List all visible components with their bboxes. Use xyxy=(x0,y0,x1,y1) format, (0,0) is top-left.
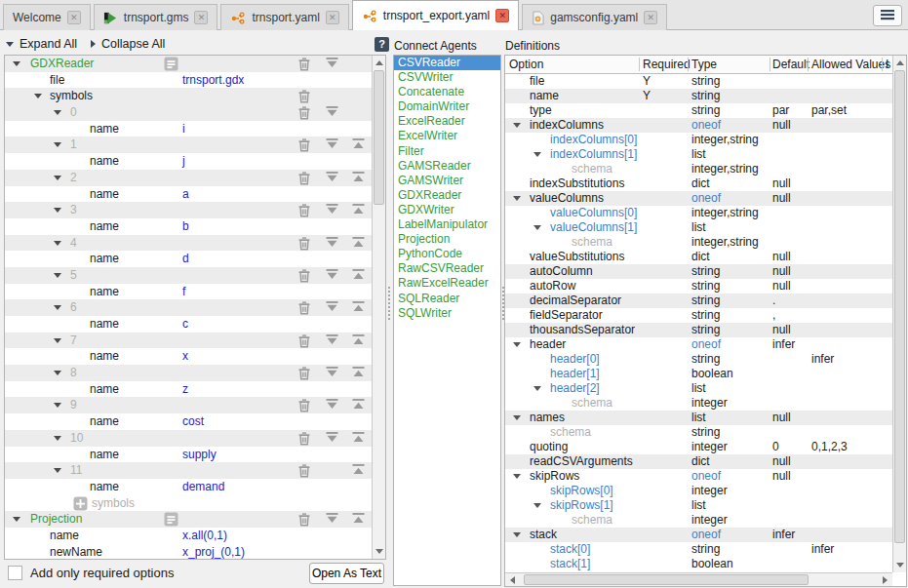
tree-row-7[interactable]: 7 xyxy=(5,333,372,349)
scroll-thumb[interactable] xyxy=(524,574,809,585)
delete-button[interactable] xyxy=(297,366,313,380)
tree-row-name[interactable]: namesupply xyxy=(5,447,372,463)
tree-row-name[interactable]: namex xyxy=(5,348,372,365)
tree-value[interactable]: d xyxy=(182,251,189,267)
option-name[interactable]: header[1] xyxy=(550,367,600,381)
delete-button[interactable] xyxy=(297,300,313,315)
tree-row-6[interactable]: 6 xyxy=(5,299,372,316)
agent-item-DomainWriter[interactable]: DomainWriter xyxy=(394,99,500,114)
tab-close-icon[interactable]: ✕ xyxy=(495,9,509,22)
agent-item-Projection[interactable]: Projection xyxy=(394,232,500,247)
agent-item-GDXWriter[interactable]: GDXWriter xyxy=(394,203,500,217)
tree-row-name[interactable]: namex.all(0,1) xyxy=(5,528,372,544)
tree-value[interactable]: i xyxy=(182,121,185,137)
move-down-button[interactable] xyxy=(325,105,340,120)
tree-value[interactable]: x.all(0,1) xyxy=(182,528,227,544)
add-only-required-checkbox[interactable] xyxy=(8,566,22,580)
expand-all-button[interactable]: Expand All xyxy=(6,37,77,51)
agent-item-GAMSWriter[interactable]: GAMSWriter xyxy=(394,174,500,188)
delete-button[interactable] xyxy=(297,236,313,251)
delete-button[interactable] xyxy=(297,398,313,412)
expander-icon[interactable] xyxy=(13,61,20,66)
move-up-button[interactable] xyxy=(351,512,367,527)
tree-row-symbols[interactable]: symbols xyxy=(5,88,372,104)
expander-icon[interactable] xyxy=(513,123,521,128)
agent-item-ExcelWriter[interactable]: ExcelWriter xyxy=(394,129,500,143)
tab-trnsport_export.yaml[interactable]: trnsport_export.yaml✕ xyxy=(352,0,519,30)
agent-item-Concatenate[interactable]: Concatenate xyxy=(394,85,500,99)
tab-close-icon[interactable]: ✕ xyxy=(326,11,339,24)
tab-Welcome[interactable]: Welcome✕ xyxy=(3,4,91,30)
tree-row-3[interactable]: 3 xyxy=(5,202,372,218)
move-down-button[interactable] xyxy=(325,512,340,527)
tree-value[interactable]: x xyxy=(182,348,188,365)
move-up-button[interactable] xyxy=(351,333,367,348)
move-up-button[interactable] xyxy=(351,203,367,217)
type-cell[interactable]: oneof xyxy=(691,528,721,542)
expander-icon[interactable] xyxy=(54,371,61,375)
expander-icon[interactable] xyxy=(34,94,42,98)
tree-row-name[interactable]: named xyxy=(5,251,372,267)
expander-icon[interactable] xyxy=(513,532,521,537)
agent-item-SQLWriter[interactable]: SQLWriter xyxy=(394,306,500,321)
tree-row-name[interactable]: namez xyxy=(5,381,372,398)
definitions-vertical-scrollbar[interactable] xyxy=(892,56,906,572)
option-name[interactable]: stack[0] xyxy=(550,542,590,557)
tree-value[interactable]: demand xyxy=(182,479,224,495)
tree-value[interactable]: c xyxy=(182,316,188,333)
expander-icon[interactable] xyxy=(54,468,61,473)
tree-row-name[interactable]: namedemand xyxy=(5,479,372,495)
tree-row-name[interactable]: namef xyxy=(5,284,372,300)
expander-icon[interactable] xyxy=(513,474,521,479)
tree-row-GDXReader[interactable]: GDXReader xyxy=(5,56,372,72)
expander-icon[interactable] xyxy=(54,241,61,246)
expander-icon[interactable] xyxy=(533,386,541,391)
tree-value[interactable]: a xyxy=(182,186,189,203)
move-down-button[interactable] xyxy=(325,171,340,185)
delete-button[interactable] xyxy=(297,57,313,71)
expander-icon[interactable] xyxy=(54,338,61,343)
column-header-Allowed Values[interactable]: Allowed Values xyxy=(811,58,890,71)
tree-row-newName[interactable]: newNamex_proj_(0,1) xyxy=(5,544,372,560)
agent-item-CSVReader[interactable]: CSVReader xyxy=(394,56,500,70)
move-up-button[interactable] xyxy=(351,463,367,478)
column-header-Default[interactable]: Default xyxy=(772,58,809,71)
move-down-button[interactable] xyxy=(325,398,340,412)
scroll-thumb[interactable] xyxy=(374,70,384,205)
option-name[interactable]: header[0] xyxy=(550,352,600,367)
scroll-thumb[interactable] xyxy=(894,70,905,543)
move-down-button[interactable] xyxy=(325,137,340,152)
move-up-button[interactable] xyxy=(351,268,367,283)
delete-button[interactable] xyxy=(297,137,313,152)
tree-row-11[interactable]: 11 xyxy=(5,462,372,479)
expander-icon[interactable] xyxy=(54,110,61,115)
tree-row-name[interactable]: nameb xyxy=(5,218,372,235)
tree-value[interactable]: trnsport.gdx xyxy=(182,72,244,89)
tab-trnsport.gms[interactable]: trnsport.gms✕ xyxy=(94,4,218,30)
delete-button[interactable] xyxy=(297,89,313,103)
move-down-button[interactable] xyxy=(325,333,340,348)
tree-row-10[interactable]: 10 xyxy=(5,430,372,447)
delete-button[interactable] xyxy=(297,431,313,446)
collapse-all-button[interactable]: Collapse All xyxy=(91,37,165,51)
agent-item-CSVWriter[interactable]: CSVWriter xyxy=(394,70,500,85)
hamburger-menu-button[interactable] xyxy=(873,5,902,26)
tab-close-icon[interactable]: ✕ xyxy=(67,11,81,24)
tab-trnsport.yaml[interactable]: trnsport.yaml✕ xyxy=(220,4,348,30)
delete-button[interactable] xyxy=(297,203,313,217)
move-down-button[interactable] xyxy=(325,57,340,71)
column-header-Type[interactable]: Type xyxy=(691,58,717,71)
column-header-Required[interactable]: Required xyxy=(643,58,691,71)
tree-value[interactable]: cost xyxy=(182,413,204,430)
move-up-button[interactable] xyxy=(351,171,367,185)
expander-icon[interactable] xyxy=(54,142,61,147)
expander-icon[interactable] xyxy=(54,208,61,213)
tab-gamsconfig.yaml[interactable]: gamsconfig.yaml✕ xyxy=(522,4,667,30)
option-name[interactable]: skipRows[1] xyxy=(550,498,613,513)
move-down-button[interactable] xyxy=(325,366,340,380)
tree-value[interactable]: x_proj_(0,1) xyxy=(182,544,245,560)
tree-row-5[interactable]: 5 xyxy=(5,267,372,284)
type-cell[interactable]: oneof xyxy=(691,469,721,484)
agent-item-ExcelReader[interactable]: ExcelReader xyxy=(394,114,500,129)
delete-button[interactable] xyxy=(297,463,313,478)
